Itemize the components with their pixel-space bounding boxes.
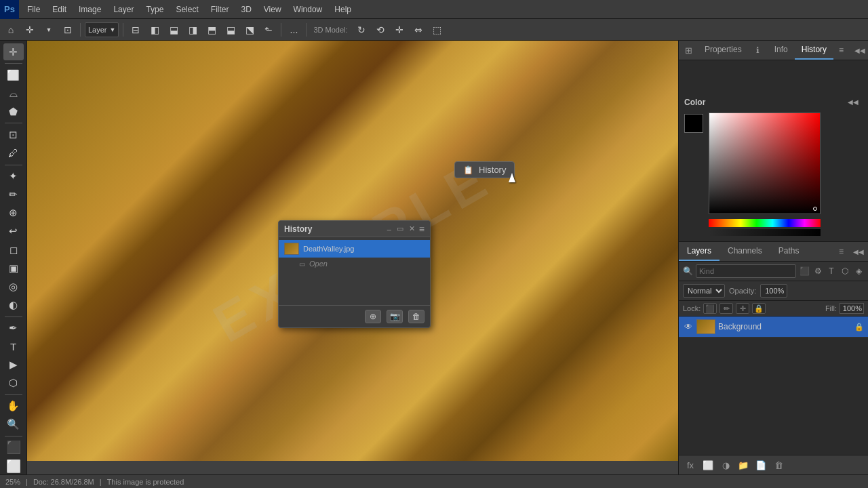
add-mask-btn[interactable]: ⬜: [701, 458, 715, 472]
align-bottom-btn[interactable]: ⬔: [241, 22, 258, 38]
hand-tool[interactable]: ✋: [3, 398, 24, 415]
artboard-btn[interactable]: ⊡: [60, 22, 76, 38]
menu-layer[interactable]: Layer: [108, 3, 139, 16]
3d-pan-btn[interactable]: ✛: [391, 22, 408, 38]
blend-mode-select[interactable]: Normal: [683, 284, 725, 298]
new-layer-btn[interactable]: 📄: [753, 458, 768, 472]
foreground-swatch[interactable]: [684, 114, 703, 133]
eraser-tool[interactable]: ◻: [3, 241, 24, 258]
menu-image[interactable]: Image: [73, 3, 106, 16]
blur-tool[interactable]: ◎: [3, 278, 24, 295]
more-options-btn[interactable]: ...: [285, 22, 302, 38]
dodge-tool[interactable]: ◐: [3, 296, 24, 313]
filter-pixel-btn[interactable]: ⬛: [799, 264, 810, 278]
move-tool-btn[interactable]: ✛: [22, 22, 38, 38]
opacity-input[interactable]: [760, 284, 787, 298]
history-brush-tool[interactable]: ↩: [3, 223, 24, 240]
menu-select[interactable]: Select: [170, 3, 203, 16]
healing-tool[interactable]: ✦: [3, 167, 24, 184]
new-snapshot-btn[interactable]: ⊕: [365, 310, 381, 323]
layer-background-row[interactable]: 👁 Background 🔒: [679, 317, 868, 338]
lasso-tool[interactable]: ⌓: [3, 85, 24, 102]
lock-all-btn[interactable]: 🔒: [752, 303, 766, 314]
history-open-item[interactable]: ▭ Open: [279, 258, 430, 270]
filter-text-btn[interactable]: T: [826, 264, 837, 278]
history-close-btn[interactable]: ✕: [408, 224, 416, 233]
menu-edit[interactable]: Edit: [47, 3, 72, 16]
layers-kind-input[interactable]: [696, 264, 796, 278]
path-selection-tool[interactable]: ▶: [3, 357, 24, 373]
new-group-btn[interactable]: 📁: [736, 458, 751, 472]
layer-mode-dropdown[interactable]: Layer▼: [85, 22, 119, 37]
color-gradient[interactable]: [709, 113, 821, 214]
zoom-tool[interactable]: 🔍: [3, 416, 24, 433]
3d-slide-btn[interactable]: ⇔: [410, 22, 427, 38]
lock-image-btn[interactable]: ✏: [719, 303, 733, 314]
clone-stamp-tool[interactable]: ⊕: [3, 205, 24, 222]
menu-3d[interactable]: 3D: [235, 3, 256, 16]
history-item-file[interactable]: DeathValley.jpg: [279, 240, 430, 258]
crop-tool[interactable]: ⊡: [3, 126, 24, 143]
add-adjustment-layer-btn[interactable]: ◑: [718, 458, 733, 472]
filter-smart-btn[interactable]: ◈: [853, 264, 864, 278]
layer-visibility-eye[interactable]: 👁: [683, 321, 694, 332]
history-menu-btn[interactable]: ≡: [419, 224, 425, 235]
menu-file[interactable]: File: [22, 3, 45, 16]
align-top-btn[interactable]: ⬒: [203, 22, 220, 38]
tab-history[interactable]: History: [795, 41, 833, 60]
props-collapse-btn[interactable]: ◀◀: [849, 44, 868, 57]
camera-btn[interactable]: 📷: [387, 310, 403, 323]
menu-help[interactable]: Help: [329, 3, 357, 16]
menu-window[interactable]: Window: [288, 3, 328, 16]
menu-view[interactable]: View: [258, 3, 287, 16]
tab-channels[interactable]: Channels: [719, 242, 770, 261]
fill-input[interactable]: [840, 303, 864, 314]
history-minimize-btn[interactable]: –: [386, 225, 393, 233]
menu-type[interactable]: Type: [140, 3, 169, 16]
props-panel-menu-btn[interactable]: ≡: [833, 43, 849, 58]
shape-tool[interactable]: ⬡: [3, 375, 24, 392]
filter-shape-btn[interactable]: ⬡: [840, 264, 850, 278]
lock-position-btn[interactable]: ✛: [736, 303, 749, 314]
tab-paths[interactable]: Paths: [770, 242, 808, 261]
color-spectrum[interactable]: [709, 219, 821, 227]
delete-history-btn[interactable]: 🗑: [408, 310, 425, 323]
transform-btn[interactable]: ⊟: [127, 22, 144, 38]
align-left-btn[interactable]: ◧: [146, 22, 163, 38]
tab-info[interactable]: Info: [768, 41, 795, 60]
home-btn[interactable]: ⌂: [3, 22, 19, 38]
lock-transparent-btn[interactable]: ⬛: [703, 303, 717, 314]
color-panel-collapse-btn[interactable]: ◀◀: [844, 97, 863, 107]
distribute-btn[interactable]: ⬑: [260, 22, 277, 38]
brush-tool[interactable]: ✏: [3, 186, 24, 203]
history-maximize-btn[interactable]: ▭: [395, 224, 405, 233]
eyedropper-tool[interactable]: 🖊: [3, 144, 24, 161]
pen-tool[interactable]: ✒: [3, 319, 24, 336]
menu-filter[interactable]: Filter: [205, 3, 235, 16]
add-fx-btn[interactable]: fx: [683, 458, 698, 472]
tab-properties[interactable]: Properties: [698, 41, 749, 60]
3d-scale-btn[interactable]: ⬚: [429, 22, 446, 38]
layers-collapse-btn[interactable]: ◀◀: [849, 245, 868, 258]
3d-roll-btn[interactable]: ⟲: [372, 22, 389, 38]
text-tool[interactable]: T: [3, 338, 24, 354]
layers-panel-menu-btn[interactable]: ≡: [833, 244, 849, 259]
move-dropdown-btn[interactable]: ▼: [41, 22, 57, 38]
color-alpha[interactable]: [709, 229, 821, 236]
marquee-tool[interactable]: ⬜: [3, 66, 24, 83]
tab-layers[interactable]: Layers: [679, 242, 719, 261]
color-panel-header[interactable]: Color ◀◀: [679, 94, 868, 110]
delete-layer-btn[interactable]: 🗑: [771, 458, 786, 472]
align-center-btn[interactable]: ⬓: [165, 22, 182, 38]
3d-rotate-btn[interactable]: ↻: [353, 22, 370, 38]
magic-wand-tool[interactable]: ⬟: [3, 103, 24, 120]
filter-adjust-btn[interactable]: ⚙: [812, 264, 823, 278]
align-right-btn[interactable]: ◨: [184, 22, 201, 38]
history-panel-header[interactable]: History – ▭ ✕ ≡: [279, 221, 430, 237]
move-tool[interactable]: ✛: [3, 43, 24, 60]
background-color[interactable]: ⬜: [3, 458, 24, 474]
align-middle-btn[interactable]: ⬓: [222, 22, 239, 38]
foreground-color[interactable]: ⬛: [3, 439, 24, 456]
history-floating-panel[interactable]: 📋 History: [454, 161, 515, 178]
gradient-tool[interactable]: ▣: [3, 260, 24, 277]
